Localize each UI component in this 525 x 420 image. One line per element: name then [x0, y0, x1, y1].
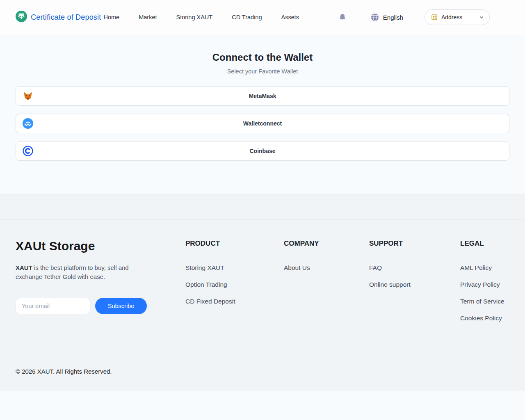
subscribe-button[interactable]: Subscribe: [95, 298, 147, 314]
page-title: Connect to the Wallet: [16, 52, 509, 63]
footer-about-text: XAUT is the best platform to buy, sell a…: [16, 263, 139, 281]
footer-column-heading: LEGAL: [460, 240, 509, 248]
footer-brand-column: XAUt Storage XAUT is the best platform t…: [16, 240, 185, 314]
footer-link-term-of-service[interactable]: Term of Service: [460, 298, 509, 305]
footer-link-faq[interactable]: FAQ: [369, 264, 460, 272]
footer-column-heading: COMPANY: [284, 240, 369, 248]
footer-column-legal: LEGAL AML Policy Privacy Policy Term of …: [460, 240, 509, 322]
footer-link-privacy-policy[interactable]: Privacy Policy: [460, 281, 509, 288]
wallet-connect-section: Connect to the Wallet Select your Favori…: [0, 34, 525, 194]
wallet-qr-icon: [431, 14, 438, 21]
footer-column-heading: PRODUCT: [185, 240, 284, 248]
globe-icon: [370, 13, 379, 22]
footer-column-heading: SUPPORT: [369, 240, 460, 248]
nav-assets[interactable]: Assets: [281, 14, 299, 21]
walletconnect-icon: [23, 118, 33, 129]
chevron-down-icon: [479, 15, 484, 20]
footer-link-cd-fixed-deposit[interactable]: CD Fixed Deposit: [185, 298, 284, 305]
wallet-option-walletconnect[interactable]: Walletconnect: [16, 114, 509, 133]
language-label: English: [383, 14, 403, 21]
nav-cd-trading[interactable]: CD Trading: [232, 14, 262, 21]
footer-about-rest: is the best platform to buy, sell and ex…: [16, 264, 129, 280]
address-label: Address: [441, 14, 462, 21]
copyright: © 2026 XAUT. All Rights Reserved.: [0, 368, 525, 391]
notifications-button[interactable]: [338, 12, 347, 22]
footer-about-strong: XAUT: [16, 264, 32, 271]
header: Certificate of Deposit Home Market Stori…: [0, 0, 525, 34]
wallet-list: MetaMask Walletconnect: [16, 86, 509, 161]
footer-link-cookies-policy[interactable]: Cookies Policy: [460, 315, 509, 322]
footer-link-about-us[interactable]: About Us: [284, 264, 369, 272]
footer-link-aml-policy[interactable]: AML Policy: [460, 264, 509, 272]
metamask-fox-icon: [23, 91, 33, 101]
language-selector[interactable]: English: [370, 13, 403, 22]
footer-link-option-trading[interactable]: Option Trading: [185, 281, 284, 288]
wallet-option-coinbase[interactable]: Coinbase: [16, 141, 509, 161]
nav-home[interactable]: Home: [103, 14, 119, 21]
coinbase-icon: [23, 146, 33, 156]
tether-logo-icon: [16, 11, 27, 24]
footer-link-storing-xaut[interactable]: Storing XAUT: [185, 264, 284, 272]
page-subtitle: Select your Favorite Wallet: [16, 68, 509, 75]
header-actions: English Address: [338, 9, 509, 25]
brand-title: Certificate of Deposit: [31, 13, 101, 22]
wallet-option-label: MetaMask: [249, 93, 276, 99]
newsletter: Subscribe: [16, 298, 185, 314]
footer-column-product: PRODUCT Storing XAUT Option Trading CD F…: [185, 240, 284, 305]
address-dropdown[interactable]: Address: [425, 9, 490, 25]
footer-column-support: SUPPORT FAQ Online support: [369, 240, 460, 288]
nav-market[interactable]: Market: [139, 14, 157, 21]
footer-brand-title: XAUt Storage: [16, 240, 185, 253]
footer-column-company: COMPANY About Us: [284, 240, 369, 272]
brand[interactable]: Certificate of Deposit: [16, 11, 101, 24]
wallet-option-label: Walletconnect: [243, 120, 282, 127]
wallet-option-metamask[interactable]: MetaMask: [16, 86, 509, 106]
main-nav: Home Market Storing XAUT CD Trading Asse…: [103, 14, 299, 21]
page: Certificate of Deposit Home Market Stori…: [0, 0, 525, 391]
nav-storing-xaut[interactable]: Storing XAUT: [176, 14, 213, 21]
footer-grid: XAUt Storage XAUT is the best platform t…: [0, 220, 525, 322]
email-input[interactable]: [16, 298, 90, 314]
footer-link-online-support[interactable]: Online support: [369, 281, 460, 288]
footer: XAUt Storage XAUT is the best platform t…: [0, 194, 525, 391]
bell-icon: [338, 13, 347, 21]
wallet-option-label: Coinbase: [249, 148, 275, 154]
